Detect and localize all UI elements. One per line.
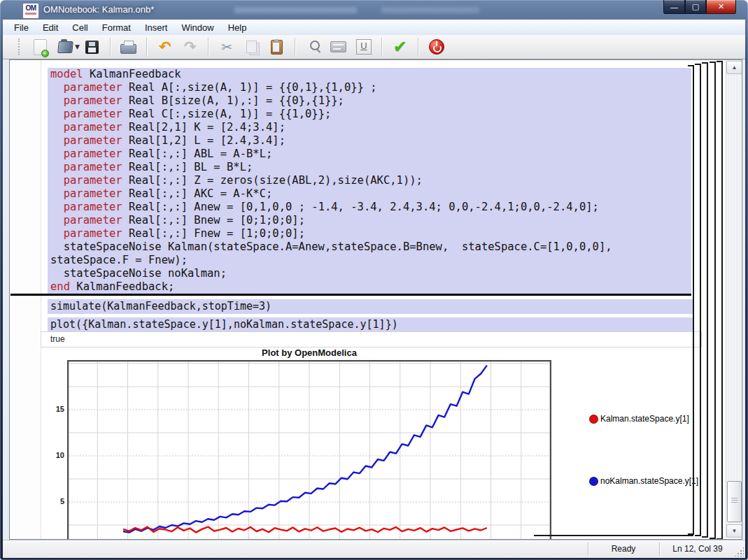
stop-kernel-button[interactable] [427,37,446,57]
cell-bracket[interactable] [688,65,694,535]
title-bar[interactable]: OM OMNotebook: Kalman.onb* — ▢ ✕ [0,0,748,20]
scrollbar-thumb[interactable] [727,481,742,522]
resize-grip[interactable] [734,547,744,557]
toolbar-drag-handle[interactable] [18,38,22,55]
code-line[interactable]: model KalmanFeedback [48,68,691,81]
window-controls: — ▢ ✕ [663,0,736,14]
open-button[interactable] [55,37,75,57]
code-line[interactable]: stateSpaceNoise noKalman; [48,267,691,280]
menu-bar: File Edit Cell Format Insert Window Help [3,20,745,36]
cell-group-bracket[interactable] [710,62,716,539]
toolbar: + ▼ ↶ ↷ ✂ U ✔ [3,35,745,59]
code-line[interactable]: stateSpace.F = Fnew); [48,254,691,267]
new-document-button[interactable]: + [30,37,50,57]
cell-style-button[interactable] [329,37,348,57]
print-button[interactable] [119,37,139,57]
undo-button[interactable]: ↶ [155,37,175,57]
toolbar-separator [418,38,419,56]
open-dropdown-caret-icon[interactable]: ▼ [75,43,80,50]
evaluate-check-icon: ✔ [393,37,407,57]
close-button[interactable]: ✕ [706,0,736,14]
cell-bracket-bottom-edge [534,535,693,536]
menu-window[interactable]: Window [174,20,220,35]
redo-icon: ↷ [184,38,197,55]
menu-help[interactable]: Help [221,20,254,35]
simulation-output-cell[interactable]: true [41,331,702,347]
status-bar: Ready Ln 12, Col 39 [3,540,745,558]
background-window-ghost [234,7,357,13]
toolbar-separator [381,38,383,56]
toolbar-separator [295,38,296,56]
toolbar-separator [146,38,148,56]
paste-button[interactable] [267,37,287,57]
print-icon [120,44,136,54]
code-line[interactable]: parameter Real[:,:] BL = B*L; [48,161,691,174]
left-gutter [10,60,41,539]
cell-bracket[interactable] [695,64,701,536]
cell-group-bracket[interactable] [717,61,723,540]
legend-dot-blue [589,477,598,486]
cut-scissors-icon: ✂ [221,39,232,55]
undo-icon: ↶ [159,38,171,55]
maximize-button[interactable]: ▢ [685,0,706,14]
code-line[interactable]: parameter Real[1,2] L = [2.4,3.4]; [48,134,691,148]
menu-edit[interactable]: Edit [36,20,65,35]
underline-button[interactable]: U [354,37,374,57]
app-icon: OM [22,3,39,19]
menu-insert[interactable]: Insert [138,20,175,35]
plot-title: Plot by OpenModelica [67,347,551,358]
cell-cursor-line [10,294,691,296]
vertical-scrollbar[interactable]: ▲ ▼ [726,61,741,538]
code-line[interactable]: parameter Real[:,:] Bnew = [0;1;0;0]; [48,214,691,227]
toolbar-separator [208,38,209,56]
redo-button[interactable]: ↷ [181,37,200,57]
power-icon [429,39,444,55]
code-line[interactable]: stateSpaceNoise Kalman(stateSpace.A=Anew… [48,240,691,254]
legend-label-nokalman: noKalman.stateSpace.y[1] [600,476,698,486]
legend-dot-red [589,415,598,424]
magnifier-icon [310,41,320,50]
code-line[interactable]: parameter Real A[:,size(A, 1)] = {{0,1},… [48,81,691,94]
legend-item-nokalman: noKalman.stateSpace.y[1] [589,476,698,486]
evaluate-button[interactable]: ✔ [390,37,410,57]
menu-file[interactable]: File [7,20,36,35]
new-document-icon: + [34,39,47,55]
window-title: OMNotebook: Kalman.onb* [43,4,154,15]
code-line[interactable]: parameter Real[2,1] K = [2.4;3.4]; [48,121,691,134]
plot-canvas [67,360,551,539]
code-line[interactable]: parameter Real B[size(A, 1),:] = {{0},{1… [48,94,691,108]
underline-icon: U [356,39,372,55]
copy-icon [246,41,257,53]
minimize-button[interactable]: — [663,0,685,14]
cut-button[interactable]: ✂ [217,37,237,57]
toolbar-separator [110,38,111,56]
app-icon-text: OM [23,3,38,13]
code-line[interactable]: parameter Real[:,:] AKC = A-K*C; [48,187,691,201]
y-tick-10: 10 [39,451,64,459]
scroll-up-button[interactable]: ▲ [726,61,742,74]
save-button[interactable] [83,37,102,57]
model-code-cell[interactable]: model KalmanFeedback parameter Real A[:,… [48,68,691,294]
save-floppy-icon [85,41,99,54]
menu-format[interactable]: Format [95,20,138,35]
find-button[interactable] [304,37,323,57]
status-ready: Ready [589,540,658,558]
menu-cell[interactable]: Cell [65,20,94,35]
cell-bracket[interactable] [702,62,708,538]
plot-command-cell[interactable]: plot({Kalman.stateSpace.y[1],noKalman.st… [48,317,694,332]
y-tick-5: 5 [39,497,64,505]
code-line[interactable]: parameter Real[:,:] Z = zeros(size(ABL,2… [48,174,691,187]
scroll-down-button[interactable]: ▼ [726,524,742,538]
open-folder-icon [57,41,73,53]
code-line[interactable]: parameter Real C[:,size(A, 1)] = {{1,0}}… [48,108,691,121]
code-line[interactable]: parameter Real[:,:] Fnew = [1;0;0;0]; [48,227,691,240]
paste-clipboard-icon [271,40,283,55]
code-line[interactable]: end KalmanFeedback; [48,280,691,294]
code-line[interactable]: parameter Real[:,:] ABL = A-B*L; [48,148,691,161]
simulate-command-cell[interactable]: simulate(KalmanFeedback,stopTime=3) [48,299,694,314]
copy-button[interactable] [242,37,262,57]
background-window-ghost [381,7,479,13]
y-tick-15: 15 [39,405,64,413]
code-line[interactable]: parameter Real[:,:] Anew = [0,1,0,0 ; -1… [48,201,691,214]
scroll-down-arrow-icon: ▼ [732,528,738,534]
